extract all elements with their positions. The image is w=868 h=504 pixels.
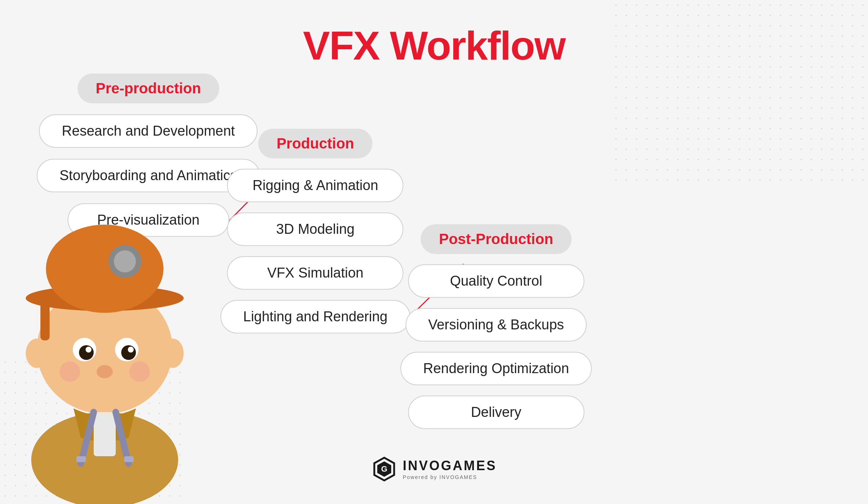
item-rigging: Rigging & Animation — [227, 169, 403, 202]
brand-name: INVOGAMES — [403, 458, 497, 473]
character-illustration — [0, 155, 224, 504]
hexagon-icon: G — [371, 456, 397, 482]
item-quality: Quality Control — [408, 264, 584, 298]
logo-area: G INVOGAMES Powered by INVOGAMES — [371, 456, 497, 482]
logo-text-group: INVOGAMES Powered by INVOGAMES — [403, 458, 497, 480]
item-lighting: Lighting and Rendering — [220, 300, 410, 333]
svg-point-14 — [86, 347, 91, 353]
production-column: Production Rigging & Animation 3D Modeli… — [220, 129, 410, 333]
svg-point-12 — [79, 345, 94, 360]
item-delivery: Delivery — [408, 396, 584, 429]
svg-point-19 — [26, 339, 48, 368]
svg-point-6 — [46, 225, 163, 313]
production-badge: Production — [258, 129, 372, 158]
svg-text:G: G — [381, 464, 387, 473]
svg-point-16 — [97, 365, 113, 378]
logo-tagline: Powered by INVOGAMES — [403, 474, 497, 480]
dot-pattern-top-right — [611, 0, 868, 184]
item-versioning: Versioning & Backups — [406, 308, 587, 342]
item-rendering: Rendering Optimization — [400, 352, 592, 385]
item-modeling: 3D Modeling — [227, 212, 403, 246]
page-title: VFX Workflow — [303, 22, 565, 69]
svg-rect-22 — [76, 456, 86, 462]
svg-point-20 — [162, 339, 184, 368]
svg-rect-23 — [124, 456, 134, 462]
preproduction-badge: Pre-production — [78, 74, 220, 103]
svg-point-18 — [129, 361, 150, 382]
svg-rect-21 — [94, 412, 116, 456]
postproduction-column: Post-Production Quality Control Versioni… — [400, 224, 592, 429]
item-vfx: VFX Simulation — [227, 256, 403, 290]
svg-point-13 — [121, 345, 136, 360]
svg-rect-9 — [40, 296, 50, 340]
svg-point-17 — [60, 361, 80, 382]
postproduction-badge: Post-Production — [421, 224, 572, 254]
svg-point-8 — [114, 250, 136, 272]
svg-point-15 — [128, 347, 134, 353]
